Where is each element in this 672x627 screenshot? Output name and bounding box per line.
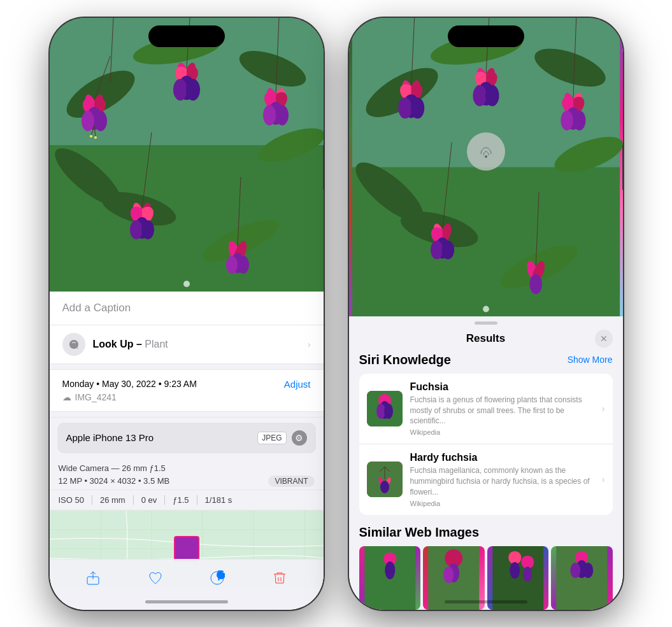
device-row: Apple iPhone 13 Pro JPEG ⚙ [57,423,316,453]
focal-value: 26 mm [92,495,134,505]
svg-point-13 [94,111,107,131]
adjust-button[interactable]: Adjust [284,379,311,390]
svg-point-87 [523,567,532,582]
svg-point-81 [385,561,395,579]
close-button[interactable]: ✕ [595,330,613,348]
svg-point-12 [82,111,94,131]
vibrant-badge: VIBRANT [268,476,314,487]
svg-point-77 [384,404,393,419]
camera-details: Wide Camera — 26 mm ƒ1.5 12 MP • 3024 × … [50,458,324,490]
svg-point-79 [380,481,389,493]
ev-value: 0 ev [134,495,166,505]
siri-knowledge-header: Siri Knowledge Show More [359,353,613,367]
home-bar-1 [145,600,228,603]
phone1-screen: Add a Caption Look Up – Plant › Monday •… [50,18,324,610]
svg-point-71 [529,274,542,293]
svg-point-76 [376,404,385,419]
svg-point-86 [510,562,520,579]
svg-point-64 [561,110,573,130]
svg-point-17 [186,79,200,101]
cloud-icon: ☁ [62,392,71,402]
results-title: Results [466,332,505,345]
phone-1: Add a Caption Look Up – Plant › Monday •… [50,18,324,610]
similar-img-1[interactable] [359,546,421,610]
shutter-value: 1/181 s [197,495,240,505]
camera-detail1: Wide Camera — 26 mm ƒ1.5 [59,463,166,473]
svg-point-72 [483,306,489,312]
similar-title: Similar Web Images [359,525,613,540]
svg-point-68 [430,240,443,258]
fuchsia-info: Fuchsia Fuchsia is a genus of flowering … [410,381,597,436]
svg-point-20 [263,105,276,125]
svg-point-57 [410,97,424,118]
caption-area[interactable]: Add a Caption [50,292,324,325]
photo-area-2[interactable] [349,18,623,316]
knowledge-card: Fuchsia Fuchsia is a genus of flowering … [359,374,613,515]
fuchsia-name: Fuchsia [410,381,597,393]
svg-point-65 [573,110,585,130]
lookup-icon [62,333,85,356]
svg-point-73 [485,155,487,158]
svg-point-33 [94,136,97,139]
home-bar-2 [445,600,527,603]
phone2-screen: Results ✕ Siri Knowledge Show More [349,18,623,610]
knowledge-item-fuchsia[interactable]: Fuchsia Fuchsia is a genus of flowering … [359,374,613,444]
svg-point-16 [173,79,187,101]
hardy-thumbnail [367,461,403,497]
dynamic-island-2 [448,25,524,47]
fuchsia-chevron: › [602,404,605,414]
svg-point-24 [130,220,143,239]
device-section: Apple iPhone 13 Pro JPEG ⚙ Wide Camera —… [50,417,324,511]
results-content: Siri Knowledge Show More [349,353,623,610]
hardy-desc: Fuchsia magellanica, commonly known as t… [410,465,597,497]
svg-point-69 [441,240,454,258]
siri-button[interactable] [467,132,505,171]
svg-point-90 [570,563,580,578]
photo-area-1[interactable] [50,18,324,292]
drag-handle[interactable] [475,321,497,325]
hardy-chevron: › [602,474,605,484]
aperture-value: ƒ1.5 [165,495,197,505]
iso-value: ISO 50 [59,495,92,505]
svg-point-91 [583,563,593,578]
info-button[interactable]: i ✦ [210,570,225,586]
svg-point-21 [276,105,289,125]
caption-placeholder[interactable]: Add a Caption [62,302,131,314]
svg-point-56 [398,97,412,118]
hardy-name: Hardy fuchsia [410,452,597,463]
lookup-text: Look Up – Plant [93,339,168,350]
svg-point-84 [443,567,454,583]
svg-point-61 [485,85,499,106]
filename: IMG_4241 [75,392,117,402]
similar-section: Similar Web Images [359,525,613,610]
phone-2: Results ✕ Siri Knowledge Show More [349,18,623,610]
knowledge-item-hardy[interactable]: Hardy fuchsia Fuchsia magellanica, commo… [359,444,613,514]
trash-button[interactable] [272,570,287,586]
svg-rect-37 [175,537,198,560]
heart-button[interactable] [148,570,163,586]
metadata-section: Monday • May 30, 2022 • 9:23 AM Adjust ☁… [50,369,324,412]
date-text: Monday • May 30, 2022 • 9:23 AM [62,379,197,389]
dynamic-island-1 [148,25,225,47]
hardy-source: Wikipedia [410,500,597,507]
lookup-row[interactable]: Look Up – Plant › [50,325,324,364]
badges: JPEG ⚙ [257,430,306,446]
fuchsia-thumbnail [367,391,403,426]
similar-img-4[interactable] [551,546,613,610]
device-name: Apple iPhone 13 Pro [66,432,154,443]
results-header: Results ✕ [349,327,623,353]
exif-row: ISO 50 26 mm 0 ev ƒ1.5 1/181 s [50,490,324,510]
jpeg-badge: JPEG [257,432,286,444]
camera-detail2: 12 MP • 3024 × 4032 • 3.5 MB [59,476,170,486]
share-button[interactable] [85,570,101,586]
fuchsia-desc: Fuchsia is a genus of flowering plants t… [410,395,597,426]
lookup-chevron: › [308,339,311,349]
results-panel: Results ✕ Siri Knowledge Show More [349,316,623,610]
svg-point-28 [226,256,238,274]
svg-point-25 [141,220,154,239]
svg-point-31 [90,135,92,137]
hardy-info: Hardy fuchsia Fuchsia magellanica, commo… [410,452,597,507]
fuchsia-source: Wikipedia [410,428,597,436]
svg-point-29 [238,256,249,274]
show-more-button[interactable]: Show More [568,355,613,365]
